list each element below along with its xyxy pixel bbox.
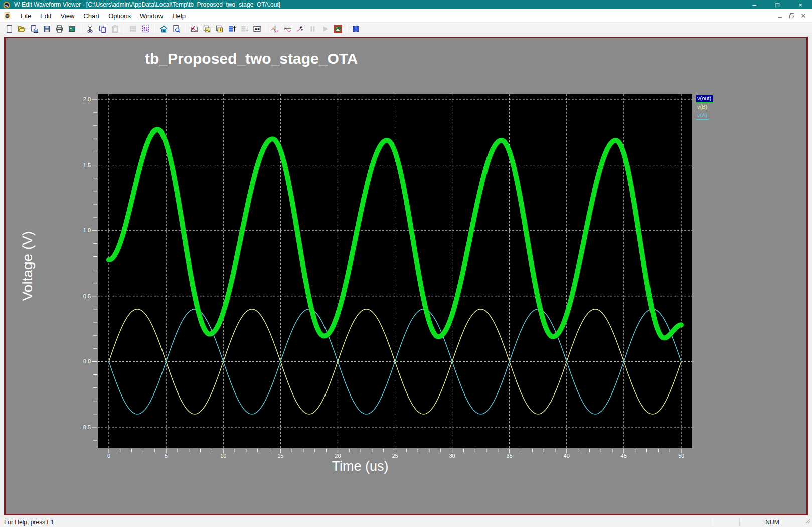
new-chart-button[interactable] <box>201 23 213 35</box>
resize-grip[interactable] <box>804 517 811 526</box>
chart-options-button[interactable] <box>188 23 201 35</box>
menu-help[interactable]: Help <box>168 10 190 22</box>
mdi-close-icon <box>800 13 806 19</box>
x-tick-label: 50 <box>678 453 684 459</box>
help-book-button[interactable] <box>350 23 362 35</box>
mdi-minimize-button[interactable] <box>774 11 786 21</box>
pause-button <box>306 23 319 35</box>
svg-text:W: W <box>5 3 8 7</box>
cut-icon <box>86 25 94 33</box>
save-all-button[interactable] <box>28 23 41 35</box>
home-view-icon <box>159 25 168 33</box>
legend-item-vout[interactable]: v(out) <box>696 95 713 103</box>
mdi-restore-button[interactable] <box>786 11 797 21</box>
minimize-button[interactable]: – <box>743 0 766 9</box>
toolbar-separator <box>81 24 81 34</box>
toolbar: fA= <box>0 23 812 35</box>
mdi-close-button[interactable] <box>797 11 809 21</box>
toolbar-separator <box>266 24 266 34</box>
maximize-button[interactable]: □ <box>766 0 789 9</box>
y-tick-label: 1.0 <box>83 227 91 233</box>
legend-item-va[interactable]: v(A) <box>696 112 709 120</box>
menu-view[interactable]: View <box>56 10 79 22</box>
run-icon <box>321 25 330 33</box>
title-bar: W W-Edit Waveform Viewer - [C:\Users\adm… <box>0 0 812 9</box>
window-title: W-Edit Waveform Viewer - [C:\Users\admin… <box>14 1 743 8</box>
svg-text:f: f <box>220 27 221 32</box>
new-file-icon <box>5 25 14 33</box>
add-marker-button[interactable] <box>294 23 306 35</box>
menu-options[interactable]: Options <box>104 10 135 22</box>
menu-file[interactable]: File <box>16 10 36 22</box>
home-view-button[interactable] <box>157 23 170 35</box>
mdi-restore-icon <box>789 13 795 19</box>
vertical-cursor-icon <box>271 25 279 33</box>
y-tick-label: 0.0 <box>83 358 91 364</box>
menu-window[interactable]: Window <box>135 10 168 22</box>
row-view-button <box>127 23 139 35</box>
print-icon <box>55 25 64 33</box>
expand-traces-button[interactable] <box>226 23 238 35</box>
x-tick-label: 5 <box>165 453 168 459</box>
menu-edit[interactable]: Edit <box>36 10 56 22</box>
x-tick-label: 40 <box>564 453 570 459</box>
capture-image-button[interactable] <box>332 23 344 35</box>
zoom-page-icon <box>172 25 181 33</box>
document-logo-icon[interactable]: W <box>4 12 11 20</box>
toolbar-separator <box>124 24 124 34</box>
x-tick-label: 10 <box>220 453 226 459</box>
save-button[interactable] <box>41 23 53 35</box>
app-logo-icon[interactable]: W <box>3 2 10 9</box>
legend: v(out) v(B) v(A) <box>696 95 713 121</box>
save-all-icon <box>30 25 39 33</box>
legend-item-vb[interactable]: v(B) <box>696 104 709 111</box>
x-tick-label: 35 <box>507 453 513 459</box>
toolbar-separator <box>154 24 155 34</box>
x-tick-label: 20 <box>335 453 341 459</box>
open-file-button[interactable] <box>16 23 28 35</box>
status-divider <box>739 518 740 526</box>
resize-grip-icon <box>804 517 811 524</box>
copy-button[interactable] <box>96 23 109 35</box>
numlock-indicator: NUM <box>759 519 786 526</box>
vertical-cursor-button[interactable] <box>269 23 281 35</box>
paste-icon <box>111 25 119 33</box>
svg-text:A=: A= <box>255 27 260 31</box>
open-file-icon <box>18 25 26 33</box>
print-button[interactable] <box>53 23 66 35</box>
add-marker-icon <box>296 25 304 33</box>
copy-icon <box>98 25 107 33</box>
grid-view-icon <box>141 25 150 33</box>
new-file-button[interactable] <box>3 23 16 35</box>
x-tick-label: 0 <box>107 453 110 459</box>
export-image-icon <box>68 25 76 33</box>
collapse-traces-icon <box>240 25 249 33</box>
x-tick-label: 15 <box>277 453 283 459</box>
chart-fonts-button[interactable]: f <box>213 23 226 35</box>
y-tick-label: 0.5 <box>83 293 91 299</box>
collapse-traces-button <box>238 23 251 35</box>
close-button[interactable]: × <box>789 0 812 9</box>
chart-fonts-icon: f <box>215 25 224 33</box>
status-divider <box>712 518 712 526</box>
menu-bar: W File Edit View Chart Options Window He… <box>0 9 812 23</box>
status-bar: For Help, press F1 NUM <box>0 517 812 527</box>
toolbar-separator <box>347 24 347 34</box>
mdi-window-controls <box>774 11 812 21</box>
chart-options-icon <box>190 25 199 33</box>
text-label-button[interactable]: A= <box>251 23 263 35</box>
menu-chart[interactable]: Chart <box>79 10 104 22</box>
x-tick-label: 30 <box>449 453 455 459</box>
y-tick-label: 2.0 <box>83 96 91 102</box>
cut-button[interactable] <box>84 23 96 35</box>
help-book-icon <box>352 25 360 33</box>
new-chart-icon <box>203 25 211 33</box>
horizontal-cursor-button[interactable] <box>281 23 294 35</box>
app-logo-icon: W <box>3 2 10 9</box>
zoom-page-button[interactable] <box>170 23 183 35</box>
toolbar-separator <box>185 24 186 34</box>
export-image-button[interactable] <box>66 23 78 35</box>
svg-text:W: W <box>6 14 9 17</box>
pause-icon <box>308 25 317 33</box>
grid-view-button[interactable] <box>139 23 152 35</box>
